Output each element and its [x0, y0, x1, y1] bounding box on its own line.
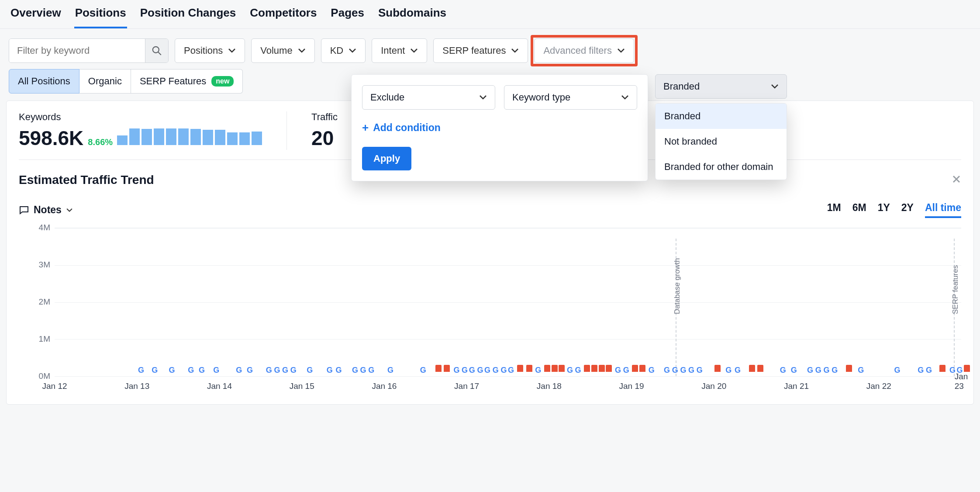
- spark-bar: [154, 128, 164, 145]
- tab-positions[interactable]: Positions: [74, 6, 127, 28]
- chevron-down-icon: [298, 48, 306, 53]
- chevron-down-icon: [349, 48, 356, 53]
- spark-bar: [190, 129, 201, 145]
- range-1m[interactable]: 1M: [827, 202, 841, 218]
- y-tick: 2M: [39, 297, 50, 307]
- chart-controls: Notes 1M6M1Y2YAll time: [19, 202, 961, 218]
- chart-title: Estimated Traffic Trend: [19, 173, 154, 187]
- plus-icon: +: [362, 121, 369, 135]
- tab-overview[interactable]: Overview: [10, 6, 62, 28]
- time-ranges: 1M6M1Y2YAll time: [827, 202, 961, 218]
- branded-selected-label: Branded: [663, 81, 700, 92]
- filters-row: PositionsVolumeKDIntentSERP features Adv…: [0, 29, 980, 68]
- filter-action-select[interactable]: Exclude: [362, 85, 495, 110]
- spark-bar: [203, 130, 213, 145]
- filter-volume[interactable]: Volume: [251, 38, 314, 63]
- metric-delta: 8.66%: [88, 137, 113, 147]
- notes-toggle[interactable]: Notes: [19, 204, 73, 216]
- spark-bar: [252, 132, 262, 145]
- metric-label: Keywords: [19, 111, 262, 123]
- apply-button[interactable]: Apply: [362, 147, 411, 170]
- spark-bar: [227, 132, 238, 145]
- x-tick: Jan 19: [619, 381, 644, 391]
- x-tick: Jan 15: [290, 381, 314, 391]
- x-tick: Jan 13: [124, 381, 149, 391]
- range-6m[interactable]: 6M: [852, 202, 866, 218]
- x-tick: Jan 12: [42, 381, 67, 391]
- chart-plot[interactable]: Database growthSERP features: [55, 228, 961, 376]
- segment-organic[interactable]: Organic: [79, 69, 131, 94]
- x-tick: Jan 20: [701, 381, 726, 391]
- branded-select[interactable]: Branded: [655, 74, 787, 99]
- close-button[interactable]: [952, 174, 961, 186]
- search-button[interactable]: [145, 39, 168, 62]
- x-tick: Jan 14: [207, 381, 232, 391]
- advanced-filters-wrap: Advanced filters: [534, 38, 634, 63]
- metric-keywords: Keywords 598.6K 8.66%: [19, 111, 262, 150]
- x-tick: Jan 18: [537, 381, 562, 391]
- chevron-down-icon: [479, 95, 487, 100]
- add-condition-label: Add condition: [373, 122, 441, 134]
- y-tick: 1M: [39, 334, 50, 344]
- x-tick: Jan 21: [784, 381, 809, 391]
- chart-annotation-label: SERP features: [951, 265, 960, 314]
- filter-intent[interactable]: Intent: [372, 38, 427, 63]
- spark-bar: [117, 135, 128, 145]
- x-tick: Jan 17: [454, 381, 479, 391]
- metric-traffic: Traffic 20: [286, 111, 338, 150]
- keyword-input[interactable]: [9, 39, 145, 62]
- tab-subdomains[interactable]: Subdomains: [377, 6, 447, 28]
- grid-line: [55, 228, 961, 229]
- branded-option[interactable]: Not branded: [656, 129, 787, 154]
- chevron-down-icon: [410, 48, 418, 53]
- filter-positions[interactable]: Positions: [175, 38, 245, 63]
- x-tick: Jan 16: [372, 381, 397, 391]
- filter-serp-features[interactable]: SERP features: [433, 38, 528, 63]
- branded-option[interactable]: Branded for other domain: [656, 154, 787, 180]
- spark-bar: [141, 129, 152, 145]
- sparkline: [117, 128, 262, 145]
- filter-action-label: Exclude: [370, 92, 404, 103]
- new-badge: new: [211, 76, 234, 87]
- advanced-filters-label: Advanced filters: [543, 45, 612, 56]
- spark-bar: [129, 128, 140, 145]
- range-all-time[interactable]: All time: [925, 202, 961, 218]
- tab-position-changes[interactable]: Position Changes: [139, 6, 237, 28]
- range-1y[interactable]: 1Y: [878, 202, 890, 218]
- notes-icon: [19, 205, 29, 215]
- grid-line: [55, 339, 961, 340]
- notes-label: Notes: [34, 204, 62, 216]
- svg-line-1: [158, 52, 161, 55]
- chevron-down-icon: [771, 84, 779, 89]
- spark-bar: [178, 128, 189, 145]
- grid-line: [55, 265, 961, 266]
- advanced-filters-button[interactable]: Advanced filters: [534, 38, 634, 63]
- x-tick: Jan 23: [955, 372, 968, 391]
- segment-all-positions[interactable]: All Positions: [9, 69, 79, 94]
- chart-area: 0M1M2M3M4M Database growthSERP features …: [19, 228, 961, 394]
- filter-field-select[interactable]: Keyword type: [504, 85, 637, 110]
- range-2y[interactable]: 2Y: [901, 202, 914, 218]
- metric-value: 598.6K: [19, 126, 83, 150]
- chevron-down-icon: [511, 48, 519, 53]
- tab-competitors[interactable]: Competitors: [249, 6, 317, 28]
- chevron-down-icon: [228, 48, 236, 53]
- tab-pages[interactable]: Pages: [330, 6, 365, 28]
- x-axis: Jan 12Jan 13Jan 14Jan 15Jan 16Jan 17Jan …: [55, 376, 961, 394]
- chevron-down-icon: [617, 48, 625, 53]
- filter-field-label: Keyword type: [512, 92, 570, 103]
- keyword-search: [9, 38, 169, 63]
- chart-annotation-label: Database growth: [673, 258, 682, 314]
- y-tick: 0M: [39, 371, 50, 381]
- branded-option[interactable]: Branded: [656, 104, 787, 129]
- search-icon: [151, 45, 162, 56]
- chart-area-svg: [55, 228, 961, 492]
- y-axis: 0M1M2M3M4M: [19, 228, 55, 376]
- chevron-down-icon: [66, 208, 73, 212]
- filter-kd[interactable]: KD: [321, 38, 366, 63]
- add-condition-button[interactable]: + Add condition: [362, 121, 637, 135]
- y-tick: 4M: [39, 223, 50, 232]
- segment-serp-features[interactable]: SERP Featuresnew: [131, 69, 243, 94]
- spark-bar: [166, 128, 176, 145]
- y-tick: 3M: [39, 260, 50, 270]
